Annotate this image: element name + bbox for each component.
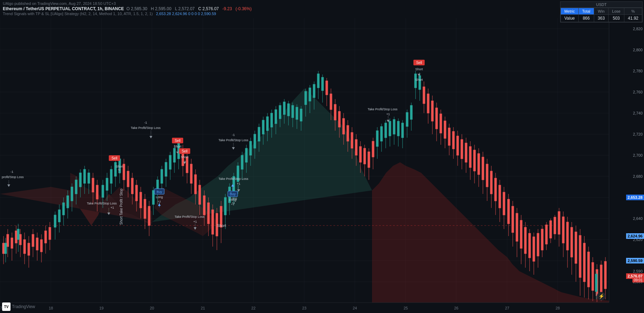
svg-text:Short: Short [181, 155, 188, 159]
svg-rect-71 [75, 180, 77, 194]
y-axis: 2,820 2,800 2,780 2,760 2,740 2,720 2,70… [609, 18, 644, 302]
svg-rect-287 [533, 237, 535, 261]
svg-text:-1: -1 [232, 133, 235, 137]
svg-rect-85 [106, 178, 108, 190]
svg-rect-51 [40, 240, 42, 252]
lightning-icon[interactable]: ⚡ [597, 292, 605, 300]
value-label: Value [560, 15, 578, 22]
win-header[interactable]: Win [594, 8, 609, 15]
svg-rect-199 [347, 125, 349, 141]
svg-rect-293 [545, 225, 547, 244]
svg-rect-257 [469, 146, 471, 168]
price-label-2740: 2,740 [633, 111, 643, 115]
svg-text:Short: Short [415, 67, 423, 71]
symbol-name: Ethereum / TetherUS PERPETUAL CONTRACT, … [3, 6, 124, 11]
svg-rect-289 [537, 233, 539, 256]
x-label-28: 28 [556, 306, 560, 310]
svg-rect-255 [465, 143, 467, 162]
win-value: 363 [594, 15, 609, 22]
strategy-name: Trend Signals with TP & SL [UAlgo] Strat… [3, 12, 79, 16]
svg-rect-251 [457, 136, 459, 155]
svg-rect-185 [317, 74, 319, 88]
lose-header[interactable]: Lose [609, 8, 624, 15]
svg-text:profit/Stop Loss: profit/Stop Loss [2, 175, 24, 179]
low-time-value: 09:01 [634, 278, 643, 282]
svg-rect-223 [397, 121, 399, 136]
pct-header[interactable]: % [624, 8, 642, 15]
svg-text:+1: +1 [232, 201, 235, 204]
svg-rect-133 [207, 203, 210, 224]
svg-rect-323 [595, 274, 597, 292]
svg-marker-342 [7, 184, 10, 187]
close-label: C [198, 6, 201, 11]
svg-text:-1: -1 [144, 121, 147, 124]
svg-rect-77 [88, 173, 90, 183]
sell-signal-3: Sell Short -1 [179, 148, 190, 164]
svg-rect-253 [461, 139, 463, 159]
svg-rect-221 [393, 119, 395, 134]
svg-rect-49 [36, 238, 38, 250]
svg-text:Long: Long [156, 195, 163, 199]
strategy-params: (hl2, 2, 14, Method 1, 10, ATR, 1.5, 1, … [80, 12, 153, 16]
svg-rect-45 [28, 243, 30, 255]
svg-rect-303 [566, 222, 569, 250]
svg-rect-61 [54, 215, 56, 227]
open-label: O [126, 6, 130, 11]
svg-text:Sell: Sell [182, 149, 188, 153]
svg-rect-135 [212, 210, 214, 234]
svg-rect-167 [279, 105, 281, 119]
tp-sl-left: -1 profit/Stop Loss [2, 170, 24, 187]
svg-rect-247 [448, 128, 450, 145]
svg-rect-129 [199, 185, 201, 204]
x-label-27: 27 [505, 306, 509, 310]
svg-rect-75 [84, 169, 86, 183]
svg-rect-211 [372, 141, 374, 157]
price-change: -9.23 [223, 6, 232, 11]
svg-rect-201 [351, 132, 353, 148]
svg-text:Take Profit/Stop Loss: Take Profit/Stop Loss [174, 215, 205, 219]
svg-rect-57 [5, 243, 7, 254]
total-header[interactable]: Total [578, 8, 594, 15]
publisher-line: UAlgo published on TradingView.com, Aug … [3, 1, 641, 6]
svg-rect-151 [245, 148, 247, 162]
strategy-line: Trend Signals with TP & SL [UAlgo] Strat… [3, 12, 641, 16]
svg-rect-307 [575, 232, 577, 263]
svg-rect-83 [102, 185, 104, 197]
svg-rect-157 [258, 127, 260, 141]
svg-rect-275 [507, 199, 510, 224]
tp-sl-4: -1 Take Profit/Stop Loss [218, 133, 248, 150]
svg-rect-141 [224, 197, 226, 215]
svg-text:Short: Short [174, 145, 181, 148]
svg-rect-203 [355, 139, 357, 155]
svg-rect-191 [330, 94, 332, 110]
svg-rect-169 [283, 102, 285, 115]
svg-rect-219 [389, 121, 391, 136]
metrics-panel: USDT Metric Total Win Lose % Value 866 3… [560, 1, 643, 22]
svg-rect-205 [359, 146, 361, 162]
high-label: H [151, 6, 154, 11]
svg-rect-305 [571, 227, 573, 257]
svg-rect-127 [194, 175, 197, 194]
svg-text:Buy: Buy [230, 192, 235, 196]
price-label-2760: 2,760 [633, 90, 643, 94]
svg-rect-249 [452, 131, 454, 149]
svg-rect-117 [173, 148, 175, 162]
chart-area[interactable]: Sell Short -1 Take Profit/Stop Loss +1 S… [0, 18, 609, 302]
svg-rect-161 [266, 117, 268, 131]
open-price: 2,585.30 [131, 6, 147, 11]
svg-rect-295 [550, 221, 552, 238]
svg-rect-197 [343, 118, 345, 134]
svg-rect-315 [592, 262, 594, 291]
x-label-21: 21 [201, 306, 205, 310]
svg-rect-259 [473, 150, 476, 171]
symbol-line: Ethereum / TetherUS PERPETUAL CONTRACT, … [3, 6, 641, 11]
price-label-2640: 2,640 [633, 216, 643, 221]
metric-header[interactable]: Metric [560, 8, 578, 15]
price-label-2720: 2,720 [633, 132, 643, 136]
svg-rect-207 [364, 148, 366, 164]
svg-rect-99 [135, 185, 138, 201]
chart-container: UAlgo published on TradingView.com, Aug … [0, 0, 644, 313]
total-value: 866 [578, 15, 594, 22]
tradingview-text: TradingView [12, 304, 35, 309]
svg-rect-313 [587, 252, 590, 287]
